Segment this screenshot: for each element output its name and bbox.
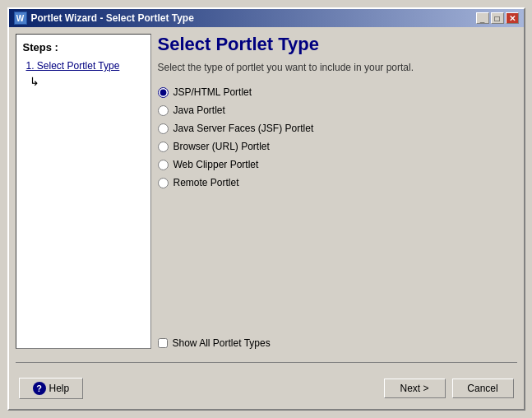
window-body: Steps : 1. Select Portlet Type ↳ Select … bbox=[9, 27, 524, 409]
help-button[interactable]: ? Help bbox=[19, 378, 84, 399]
step-arrow: ↳ bbox=[23, 75, 144, 88]
radio-jsf[interactable] bbox=[158, 123, 169, 134]
next-button[interactable]: Next > bbox=[384, 379, 446, 398]
step-1-label: 1. Select Portlet Type bbox=[23, 60, 144, 72]
content-panel: Select Portlet Type Select the type of p… bbox=[158, 34, 517, 349]
radio-browser[interactable] bbox=[158, 142, 169, 152]
page-title: Select Portlet Type bbox=[158, 34, 517, 55]
radio-jsp[interactable] bbox=[158, 87, 169, 98]
footer-divider bbox=[16, 362, 517, 363]
radio-jsf-label: Java Server Faces (JSF) Portlet bbox=[173, 123, 314, 134]
checkbox-area: Show All Portlet Types bbox=[158, 324, 517, 349]
cancel-button[interactable]: Cancel bbox=[452, 379, 514, 398]
radio-remote[interactable] bbox=[158, 178, 169, 188]
radio-item-remote[interactable]: Remote Portlet bbox=[158, 177, 517, 188]
help-label: Help bbox=[49, 383, 70, 394]
action-buttons: Next > Cancel bbox=[384, 379, 514, 398]
show-all-label: Show All Portlet Types bbox=[173, 337, 271, 349]
portlet-type-radio-group: JSP/HTML Portlet Java Portlet Java Serve… bbox=[158, 86, 517, 188]
radio-item-webclipper[interactable]: Web Clipper Portlet bbox=[158, 159, 517, 170]
close-button[interactable]: ✕ bbox=[506, 12, 519, 24]
window-title: Portlet Wizard - Select Portlet Type bbox=[31, 12, 194, 24]
page-description: Select the type of portlet you want to i… bbox=[158, 62, 517, 73]
main-content: Steps : 1. Select Portlet Type ↳ Select … bbox=[16, 34, 517, 349]
help-icon: ? bbox=[33, 382, 46, 395]
radio-browser-label: Browser (URL) Portlet bbox=[173, 141, 270, 152]
show-all-checkbox-item[interactable]: Show All Portlet Types bbox=[158, 337, 517, 349]
radio-item-jsf[interactable]: Java Server Faces (JSF) Portlet bbox=[158, 123, 517, 134]
title-bar-buttons: _ □ ✕ bbox=[476, 12, 519, 24]
radio-java-label: Java Portlet bbox=[173, 104, 225, 116]
radio-item-java[interactable]: Java Portlet bbox=[158, 104, 517, 116]
minimize-button[interactable]: _ bbox=[476, 12, 489, 24]
radio-webclipper-label: Web Clipper Portlet bbox=[173, 159, 259, 170]
radio-java[interactable] bbox=[158, 105, 169, 116]
radio-item-browser[interactable]: Browser (URL) Portlet bbox=[158, 141, 517, 152]
title-bar: W Portlet Wizard - Select Portlet Type _… bbox=[9, 9, 524, 27]
radio-jsp-label: JSP/HTML Portlet bbox=[173, 86, 252, 98]
radio-item-jsp[interactable]: JSP/HTML Portlet bbox=[158, 86, 517, 98]
show-all-checkbox[interactable] bbox=[158, 338, 168, 348]
radio-webclipper[interactable] bbox=[158, 160, 169, 170]
wizard-window: W Portlet Wizard - Select Portlet Type _… bbox=[7, 7, 525, 411]
footer: ? Help Next > Cancel bbox=[16, 373, 517, 402]
title-bar-left: W Portlet Wizard - Select Portlet Type bbox=[14, 12, 194, 25]
window-icon: W bbox=[14, 12, 27, 25]
radio-remote-label: Remote Portlet bbox=[173, 177, 239, 188]
steps-panel: Steps : 1. Select Portlet Type ↳ bbox=[16, 34, 151, 349]
steps-title: Steps : bbox=[23, 41, 144, 53]
maximize-button[interactable]: □ bbox=[491, 12, 504, 24]
